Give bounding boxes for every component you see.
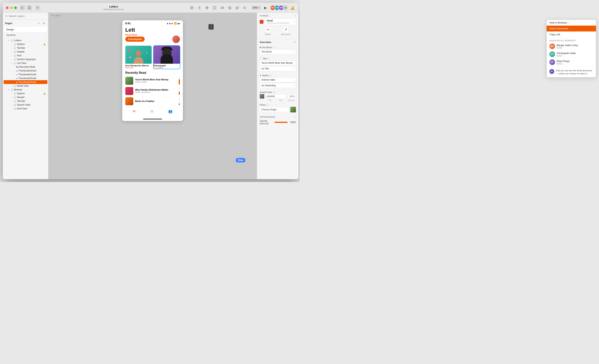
pages-menu-button[interactable]: ▾ <box>42 21 46 25</box>
layer-system-2[interactable]: › ⬜ System 🔒 <box>4 92 47 95</box>
layer-recently-read[interactable]: › Aa Recently Read <box>4 65 47 69</box>
appearance-section: APPEARANCE ▾ Opacity (Normal) 100% <box>257 114 299 126</box>
hex-label: Hex <box>276 99 285 101</box>
pages-label: Pages <box>5 22 12 25</box>
color-swatch[interactable] <box>260 94 264 98</box>
read-item-3[interactable]: Birds of a Feather <box>125 97 180 106</box>
hero-row: Christopher <box>125 36 180 43</box>
grid-toggle-button[interactable] <box>27 5 32 10</box>
opacity-bar[interactable] <box>274 122 288 123</box>
layer-search-field[interactable]: › ⬜ Search Field <box>4 103 47 107</box>
page-symbols[interactable]: Symbols <box>4 32 47 37</box>
read-item-1[interactable]: You're Worth More than Money Antonin Haf… <box>125 76 180 86</box>
layer-label: Header <box>17 50 25 53</box>
opacity-field[interactable]: 50 % <box>288 94 296 98</box>
dropdown-icon: ▾ <box>293 68 294 70</box>
read-progress-1 <box>179 77 180 85</box>
notifications-button[interactable]: 🔔 <box>290 5 296 11</box>
layer-system-1[interactable]: › ⬜ System 🔒 <box>4 42 47 46</box>
thumbnail-card-1[interactable]: Free Diving into Silence Rita Leite <box>125 46 152 69</box>
frame-tool[interactable] <box>211 4 218 11</box>
close-button[interactable] <box>6 7 9 9</box>
move-tool[interactable] <box>203 4 211 11</box>
add-page-button[interactable]: + <box>37 21 41 25</box>
override-type-author[interactable]: Aa Subheding ▾ <box>260 83 296 88</box>
elias-badge: Elias <box>236 158 246 162</box>
override-author: ◈ Author Antonin Hafer Aa Subheding ▾ <box>257 73 299 90</box>
pages-actions: + ▾ <box>37 21 46 25</box>
fullscreen-button[interactable] <box>14 7 17 9</box>
override-photo: Photo Choose Image... <box>257 103 299 114</box>
layer-section-separator[interactable]: › ⬜ Section Separator <box>4 57 47 61</box>
upload-tool[interactable] <box>196 4 203 11</box>
search-input[interactable] <box>9 15 46 18</box>
copy-tool[interactable] <box>226 4 233 11</box>
minimize-button[interactable] <box>10 7 13 9</box>
more-avatars-button[interactable]: ••• <box>283 5 288 10</box>
layer-tab-bar-2[interactable]: › ⬜ Tab Bar <box>4 99 47 103</box>
wifi-icon: ▲▲▲ <box>167 22 173 25</box>
layer-list-view[interactable]: ▾ ⬜ List View <box>4 61 47 65</box>
tab-people[interactable]: 👥 <box>168 109 173 113</box>
zoom-control[interactable]: 89% ▾ <box>251 6 261 10</box>
layer-thumb-small-3[interactable]: › ◈ Thumbnail/Small <box>4 76 47 80</box>
override-value-author[interactable]: Antonin Hafer <box>260 77 296 82</box>
frame-icon: ⬜ <box>13 62 16 64</box>
overrides-reset-button[interactable]: ↺ <box>294 41 296 44</box>
chevron-right-icon: › <box>10 54 13 57</box>
user-badge[interactable]: Christopher <box>125 36 145 42</box>
location-tool[interactable] <box>188 4 195 11</box>
play-button[interactable]: ▶ <box>263 5 269 11</box>
tab-home[interactable]: ✉ <box>133 109 136 113</box>
layer-thumb-small-4-selected[interactable]: ▾ ◈ Thumbnail/Small <box>4 80 47 84</box>
canvas-area[interactable]: ⚑ Letters 40 35 9:41 ▲▲▲ 📶 ▬ <box>48 13 257 179</box>
layer-label: Tab Bar <box>17 100 25 102</box>
appearance-title: APPEARANCE <box>260 116 275 118</box>
read-progress-2 <box>179 87 180 95</box>
choose-image-button[interactable]: Choose Image... <box>260 107 289 112</box>
thumbnail-card-2[interactable]: Photographi Fua Lamba <box>154 46 180 69</box>
phone-frame: 9:41 ▲▲▲ 📶 ▬ Lett Read Now Christopher <box>122 20 183 121</box>
add-button[interactable]: + ▾ <box>35 5 40 10</box>
layer-thumb-small-1[interactable]: › ◈ Thumbnail/Small <box>4 69 47 73</box>
svg-line-14 <box>213 6 213 7</box>
layer-thumb-small-2[interactable]: › ◈ Thumbnail/Small <box>4 73 47 76</box>
layer-browse[interactable]: ▾ ⬜ Browse <box>4 88 47 92</box>
resize-tool[interactable] <box>219 4 226 11</box>
frame-icon: ⬜ <box>13 47 16 49</box>
layer-label: Grid View <box>17 107 27 110</box>
mirror-tool[interactable] <box>241 4 248 11</box>
override-value-title[interactable]: You're Worth More than Money <box>260 61 296 65</box>
edit-source-action[interactable]: Edit Source <box>281 27 291 36</box>
duplicate-tool[interactable] <box>234 4 241 11</box>
layer-label: Tab Bar <box>17 47 25 49</box>
layer-tab-bar-1[interactable]: › ⬜ Tab Bar <box>4 46 47 50</box>
override-type-title[interactable]: Aa Title ▾ <box>260 66 296 71</box>
thumb-info-1: Free Diving into Silence Rita Leite <box>125 64 152 69</box>
symbol-select[interactable]: Small This Document/Thumbnail/ ▾ <box>265 18 296 25</box>
read-item-2[interactable]: Why Family Slideshows Matter Diane Lansd… <box>125 86 180 96</box>
layer-detail-view[interactable]: › ⬜ Detail View <box>4 84 47 88</box>
override-field-text-block[interactable]: Text Block ▾ <box>260 49 296 54</box>
field-value: Aa Subheding <box>261 84 276 87</box>
layer-letters[interactable]: ▾ ⬜ Letters <box>4 38 47 42</box>
layer-grid-view[interactable]: › ⬜ Grid View <box>4 107 47 111</box>
thumb-title-1: Free Diving into Silence <box>125 64 152 67</box>
opacity-label: Opacity (Normal) <box>260 120 273 125</box>
read-title-1: You're Worth More than Money <box>135 78 177 81</box>
svg-rect-13 <box>213 7 216 9</box>
detach-action[interactable]: Detach <box>265 27 271 36</box>
tab-grid[interactable]: ⊞ <box>150 109 153 113</box>
layer-grid[interactable]: › ⬜ Grid <box>4 54 47 57</box>
layer-header-1[interactable]: › ⬜ Header <box>4 50 47 54</box>
sidebar-toggle-button[interactable] <box>20 5 25 10</box>
svg-line-16 <box>213 9 213 9</box>
chevron-down-icon: ▾ <box>10 62 13 64</box>
read-progress-3 <box>179 98 180 105</box>
left-sidebar: Pages + ▾ Design Symbols ▾ ⬜ Letters › ⬜ <box>3 13 48 179</box>
layer-header-2[interactable]: › ⬜ Header <box>4 95 47 99</box>
page-design[interactable]: Design <box>4 27 47 32</box>
override-label-photo: Photo <box>260 104 296 106</box>
hex-field[interactable]: #000000 <box>265 94 286 98</box>
doc-name: Letters <box>109 5 118 8</box>
